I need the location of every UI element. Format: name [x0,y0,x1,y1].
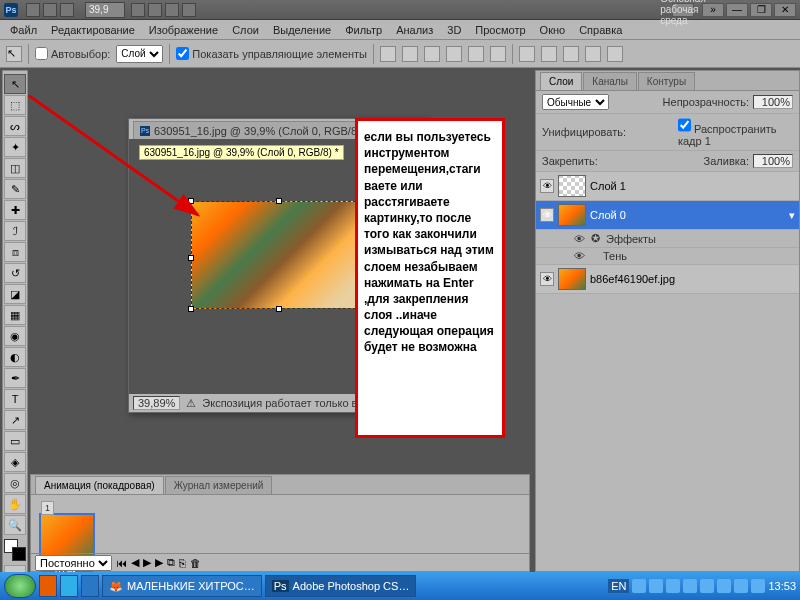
show-controls-checkbox[interactable] [176,47,189,60]
3d-camera-tool[interactable]: ◎ [4,473,26,493]
tray-icon[interactable] [751,579,765,593]
next-icon[interactable]: ▶ [155,556,163,569]
align-icon[interactable] [424,46,440,62]
unify-icon[interactable] [662,125,674,139]
screen-mode-icon[interactable] [60,3,74,17]
tab-channels[interactable]: Каналы [583,72,637,90]
unify-icon[interactable] [630,125,642,139]
doc-layout-icon[interactable] [43,3,57,17]
layer-effect-shadow[interactable]: 👁Тень [536,248,799,265]
unify-icon[interactable] [646,125,658,139]
tab-animation[interactable]: Анимация (покадровая) [35,476,164,494]
start-button[interactable] [4,574,36,598]
distribute-icon[interactable] [563,46,579,62]
visibility-icon[interactable]: 👁 [540,179,554,193]
eye-icon[interactable]: 👁 [574,250,585,262]
visibility-icon[interactable]: 👁 [540,208,554,222]
eyedropper-tool[interactable]: ✎ [4,179,26,199]
hand-icon[interactable] [131,3,145,17]
opacity-field[interactable]: 100% [753,95,793,109]
layer-item[interactable]: 👁Слой 1 [536,172,799,201]
shape-tool[interactable]: ▭ [4,431,26,451]
menu-image[interactable]: Изображение [143,22,224,38]
lock-icon[interactable] [638,154,652,168]
menu-file[interactable]: Файл [4,22,43,38]
document-tab[interactable]: Ps630951_16.jpg @ 39,9% (Слой 0, RGB/8) … [133,121,388,139]
eye-icon[interactable]: 👁 [574,233,585,245]
align-icon[interactable] [490,46,506,62]
zoom-icon[interactable] [148,3,162,17]
3d-tool[interactable]: ◈ [4,452,26,472]
tab-paths[interactable]: Контуры [638,72,695,90]
visibility-icon[interactable]: 👁 [540,272,554,286]
path-tool[interactable]: ↗ [4,410,26,430]
move-tool[interactable]: ↖ [4,74,26,94]
stamp-tool[interactable]: ⧈ [4,242,26,262]
window-minimize[interactable]: — [726,3,748,17]
gradient-tool[interactable]: ▦ [4,305,26,325]
dodge-tool[interactable]: ◐ [4,347,26,367]
menu-analysis[interactable]: Анализ [390,22,439,38]
blend-mode-select[interactable]: Обычные [542,94,609,110]
eraser-tool[interactable]: ◪ [4,284,26,304]
chevron-down-icon[interactable]: ▾ [789,209,795,222]
window-restore[interactable]: ❐ [750,3,772,17]
propagate-checkbox[interactable] [678,117,691,133]
blur-tool[interactable]: ◉ [4,326,26,346]
menu-window[interactable]: Окно [534,22,572,38]
language-indicator[interactable]: EN [608,579,629,593]
distribute-icon[interactable] [585,46,601,62]
tween-icon[interactable]: ⧉ [167,556,175,569]
rewind-icon[interactable]: ⏮ [116,557,127,569]
quicklaunch-icon[interactable] [39,575,57,597]
zoom-tool[interactable]: 🔍 [4,515,26,535]
menu-layers[interactable]: Слои [226,22,265,38]
lock-icon[interactable] [602,154,616,168]
quicklaunch-icon[interactable] [81,575,99,597]
tray-icon[interactable] [700,579,714,593]
menu-help[interactable]: Справка [573,22,628,38]
layer-effects[interactable]: 👁✪Эффекты [536,230,799,248]
align-icon[interactable] [446,46,462,62]
doc-zoom[interactable]: 39,89% [133,396,180,410]
tray-icon[interactable] [666,579,680,593]
brush-tool[interactable]: ℐ [4,221,26,241]
menu-filter[interactable]: Фильтр [339,22,388,38]
autoselect-checkbox[interactable] [35,47,48,60]
taskbar-item[interactable]: PsAdobe Photoshop CS… [265,575,417,597]
layer-item[interactable]: 👁Слой 0▾ [536,201,799,230]
heal-tool[interactable]: ✚ [4,200,26,220]
loop-select[interactable]: Постоянно [35,555,112,571]
tray-icon[interactable] [734,579,748,593]
tray-icon[interactable] [632,579,646,593]
marquee-tool[interactable]: ⬚ [4,95,26,115]
distribute-icon[interactable] [541,46,557,62]
distribute-icon[interactable] [607,46,623,62]
lock-icon[interactable] [656,154,670,168]
tray-icon[interactable] [717,579,731,593]
autoselect-target[interactable]: Слой [116,45,163,63]
transform-bounding-box[interactable] [191,201,361,309]
color-swatch[interactable] [4,539,26,561]
play-icon[interactable]: ▶ [143,556,151,569]
taskbar-item[interactable]: 🦊МАЛЕНЬКИЕ ХИТРОС… [102,575,262,597]
distribute-icon[interactable] [519,46,535,62]
menu-select[interactable]: Выделение [267,22,337,38]
lasso-tool[interactable]: ᔕ [4,116,26,136]
zoom-field[interactable] [85,2,125,18]
tab-layers[interactable]: Слои [540,72,582,90]
align-icon[interactable] [380,46,396,62]
prev-icon[interactable]: ◀ [131,556,139,569]
fill-field[interactable]: 100% [753,154,793,168]
clock[interactable]: 13:53 [768,580,796,592]
expand-icon[interactable]: » [702,3,724,17]
layer-item[interactable]: 👁b86ef46190ef.jpg [536,265,799,294]
workspace-selector[interactable]: Основная рабочая среда [672,3,694,17]
launch-bridge-icon[interactable] [26,3,40,17]
crop-tool[interactable]: ◫ [4,158,26,178]
align-icon[interactable] [402,46,418,62]
window-close[interactable]: ✕ [774,3,796,17]
pen-tool[interactable]: ✒ [4,368,26,388]
hand-tool[interactable]: ✋ [4,494,26,514]
trash-icon[interactable]: 🗑 [190,557,201,569]
